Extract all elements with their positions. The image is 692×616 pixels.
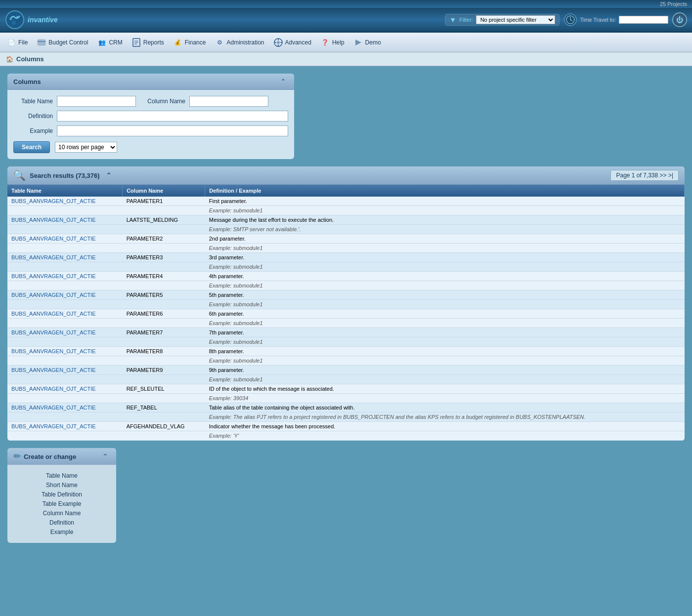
column-name-cell: LAATSTE_MELDING [123, 215, 205, 225]
columns-panel-title: Columns [13, 78, 41, 85]
table-name-link[interactable]: BUBS_AANVRAGEN_OJT_ACTIE [11, 348, 96, 354]
rows-per-page-select[interactable]: 10 rows per page 5 rows per page 25 rows… [55, 142, 117, 153]
svg-marker-20 [355, 40, 361, 45]
columns-title-text: Columns [13, 78, 41, 85]
table-row: BUBS_AANVRAGEN_OJT_ACTIELAATSTE_MELDINGM… [7, 215, 685, 225]
svg-point-15 [277, 41, 280, 44]
example-row: Example: submodule1 [7, 356, 685, 366]
results-collapse-button[interactable]: ⌃ [104, 170, 114, 180]
time-travel-icon [563, 13, 577, 27]
table-name-link[interactable]: BUBS_AANVRAGEN_OJT_ACTIE [11, 236, 96, 242]
table-row: BUBS_AANVRAGEN_OJT_ACTIEPARAMETER77th pa… [7, 328, 685, 337]
time-travel-input[interactable] [619, 16, 668, 24]
nav-label-demo: Demo [365, 39, 381, 46]
svg-point-3 [12, 21, 16, 25]
magnifier-icon: 🔍 [13, 169, 26, 181]
columns-collapse-button[interactable]: ⌃ [278, 77, 288, 86]
column-name-cell: PARAMETER1 [123, 197, 205, 206]
column-name-cell: PARAMETER5 [123, 290, 205, 300]
definition-cell: 5th parameter. [205, 290, 685, 300]
nav-item-file[interactable]: 📄 File [2, 36, 32, 49]
nav-item-crm[interactable]: 👥 CRM [93, 36, 126, 49]
create-collapse-button[interactable]: ⌃ [100, 452, 110, 461]
definition-label: Definition [13, 113, 53, 120]
logo-icon [5, 10, 25, 30]
column-name-cell: PARAMETER4 [123, 272, 205, 281]
column-name-cell: REF_TABEL [123, 403, 205, 412]
example-cell: Example: submodule1 [205, 244, 685, 253]
rows-per-page: 10 rows per page 5 rows per page 25 rows… [55, 142, 117, 153]
svg-point-1 [9, 17, 12, 20]
example-input[interactable] [57, 125, 288, 136]
table-name-link[interactable]: BUBS_AANVRAGEN_OJT_ACTIE [11, 198, 96, 204]
example-cell: Example: submodule1 [205, 375, 685, 384]
column-name-input[interactable] [189, 96, 268, 107]
create-panel-title: ✏ Create or change [13, 451, 76, 462]
example-row: Example: submodule1 [7, 244, 685, 253]
top-header: 25 Projects invantive ▼ Filter: No proje… [0, 0, 692, 33]
column-name-cell: REF_SLEUTEL [123, 384, 205, 394]
definition-row: Definition [13, 111, 288, 122]
nav-item-budget-control[interactable]: Budget Control [33, 36, 92, 49]
nav-item-finance[interactable]: 💰 Finance [169, 36, 210, 49]
filter-select[interactable]: No project specific filter [476, 15, 555, 24]
nav-bar: 📄 File Budget Control 👥 CRM Reports 💰 Fi… [0, 33, 692, 52]
example-row: Example: SMTP server not available.'. [7, 225, 685, 234]
breadcrumb: 🏠 Columns [0, 52, 692, 66]
column-name-cell: PARAMETER7 [123, 328, 205, 337]
create-field-label: Short Name [17, 482, 106, 489]
table-name-link[interactable]: BUBS_AANVRAGEN_OJT_ACTIE [11, 292, 96, 298]
table-row: BUBS_AANVRAGEN_OJT_ACTIEPARAMETER55th pa… [7, 290, 685, 300]
table-row: BUBS_AANVRAGEN_OJT_ACTIEPARAMETER88th pa… [7, 347, 685, 356]
home-icon[interactable]: 🏠 [6, 56, 13, 63]
form-actions: Search 10 rows per page 5 rows per page … [13, 141, 288, 153]
table-name-label: Table Name [13, 98, 53, 105]
top-controls: ▼ Filter: No project specific filter Tim… [445, 12, 687, 27]
filter-icon: ▼ [449, 16, 456, 24]
search-button[interactable]: Search [13, 141, 50, 153]
table-name-link[interactable]: BUBS_AANVRAGEN_OJT_ACTIE [11, 367, 96, 373]
create-field-label: Example [17, 529, 106, 535]
example-cell: Example: 39034 [205, 394, 685, 403]
create-field-label: Table Example [17, 500, 106, 507]
definition-input[interactable] [57, 111, 288, 122]
definition-cell: Message during the last effort to execut… [205, 215, 685, 225]
column-name-cell: PARAMETER2 [123, 234, 205, 244]
definition-cell: 6th parameter. [205, 309, 685, 319]
table-name-link[interactable]: BUBS_AANVRAGEN_OJT_ACTIE [11, 311, 96, 317]
example-cell: Example: The alias PJT refers to a proje… [205, 412, 685, 422]
table-name-link[interactable]: BUBS_AANVRAGEN_OJT_ACTIE [11, 254, 96, 260]
example-cell: Example: submodule1 [205, 281, 685, 290]
table-name-link[interactable]: BUBS_AANVRAGEN_OJT_ACTIE [11, 405, 96, 411]
svg-rect-8 [38, 40, 45, 45]
power-button[interactable]: ⏻ [672, 12, 687, 27]
example-row: Example: submodule1 [7, 375, 685, 384]
table-name-link[interactable]: BUBS_AANVRAGEN_OJT_ACTIE [11, 423, 96, 429]
budget-icon [37, 38, 46, 47]
column-name-cell: PARAMETER8 [123, 347, 205, 356]
pencil-icon: ✏ [13, 451, 21, 462]
nav-label-help: Help [332, 39, 345, 46]
example-cell: Example: submodule1 [205, 356, 685, 366]
table-name-link[interactable]: BUBS_AANVRAGEN_OJT_ACTIE [11, 329, 96, 335]
table-name-input[interactable] [57, 96, 136, 107]
finance-icon: 💰 [173, 38, 183, 47]
nav-item-demo[interactable]: Demo [349, 36, 385, 49]
nav-item-advanced[interactable]: Advanced [269, 36, 315, 49]
table-name-link[interactable]: BUBS_AANVRAGEN_OJT_ACTIE [11, 217, 96, 223]
definition-cell: First parameter. [205, 197, 685, 206]
nav-item-reports[interactable]: Reports [128, 36, 168, 49]
nav-item-help[interactable]: ❓ Help [316, 36, 348, 49]
create-panel-header: ✏ Create or change ⌃ [7, 448, 116, 465]
table-name-link[interactable]: BUBS_AANVRAGEN_OJT_ACTIE [11, 386, 96, 392]
example-cell: Example: submodule1 [205, 319, 685, 328]
nav-item-administration[interactable]: ⚙ Administration [211, 36, 268, 49]
definition-cell: 9th parameter. [205, 366, 685, 375]
table-name-link[interactable]: BUBS_AANVRAGEN_OJT_ACTIE [11, 273, 96, 279]
pagination[interactable]: Page 1 of 7,338 >> >| [610, 170, 679, 181]
nav-label-crm: CRM [109, 39, 122, 46]
create-field-label: Definition [17, 519, 106, 526]
example-row: Example: submodule1 [7, 281, 685, 290]
logo-text: invantive [28, 16, 58, 24]
example-row: Example: 'Y' [7, 431, 685, 441]
